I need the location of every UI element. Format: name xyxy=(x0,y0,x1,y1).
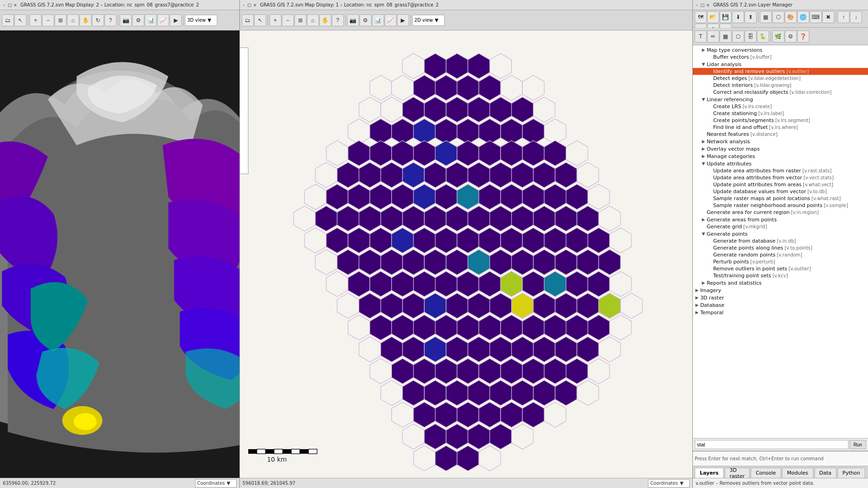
lm-add-vector-btn[interactable]: ⬡ xyxy=(772,11,784,23)
lm-help-btn[interactable]: ❓ xyxy=(797,30,809,43)
left-coords-dropdown[interactable]: Coordinates ▼ xyxy=(195,479,237,488)
right-coords-dropdown[interactable]: Coordinates ▼ xyxy=(648,479,690,488)
lm-open-btn[interactable]: 📂 xyxy=(707,11,719,23)
left-zoom-region-btn[interactable]: ⊞ xyxy=(55,14,67,26)
tree-item-update_area_raster[interactable]: Update area attributes from raster [v.ra… xyxy=(693,167,868,174)
tree-item-remove_outliers_point[interactable]: Remove outliers in point sets [v.outlier… xyxy=(693,265,868,272)
right-pan-btn[interactable]: ✋ xyxy=(319,14,331,26)
tree-toggle-temporal[interactable]: ▶ xyxy=(694,309,700,316)
lm-vect-edit-btn[interactable]: ⬡ xyxy=(732,30,744,43)
tree-item-detect_interiors[interactable]: Detect interiors [v.lidar.growing] xyxy=(693,82,868,89)
tree-item-gen_grid[interactable]: Generate grid [v.mkgrid] xyxy=(693,223,868,230)
left-open-btn[interactable]: 🗂 xyxy=(2,14,14,26)
tree-item-perturb_points[interactable]: Perturb points [v.perturb] xyxy=(693,258,868,265)
right-anim-btn[interactable]: ▶ xyxy=(397,14,409,26)
tree-item-find_line_id[interactable]: Find line id and offset [v.lrs.where] xyxy=(693,124,868,131)
tree-item-database[interactable]: ▶Database xyxy=(693,301,868,309)
tree-item-network_analysis[interactable]: ▶Network analysis xyxy=(693,138,868,145)
right-analyze-btn[interactable]: 📊 xyxy=(372,14,384,26)
tree-item-update_attributes[interactable]: ▼Update attributes xyxy=(693,160,868,167)
tree-item-sample_raster_neighbor[interactable]: Sample raster neighborhood around points… xyxy=(693,202,868,209)
lm-maximize-btn[interactable]: □ xyxy=(700,3,705,7)
tree-item-map_type_conversions[interactable]: ▶Map type conversions xyxy=(693,46,868,54)
tree-item-raster3d[interactable]: ▶3D raster xyxy=(693,294,868,301)
tree-item-create_lrs[interactable]: Create LRS [v.lrs.create] xyxy=(693,103,868,110)
right-settings-btn[interactable]: ⚙ xyxy=(360,14,372,26)
left-analyze-btn[interactable]: 📊 xyxy=(145,14,157,26)
right-pointer-btn[interactable]: ↖ xyxy=(254,14,266,26)
tab-console[interactable]: Console xyxy=(751,468,781,478)
right-open-btn[interactable]: 🗂 xyxy=(242,14,254,26)
tree-item-create_points_segments[interactable]: Create points/segments [v.lrs.segment] xyxy=(693,117,868,124)
left-view-dropdown[interactable]: 3D view ▼ xyxy=(185,15,217,26)
lm-up-btn[interactable]: ↑ xyxy=(837,11,850,23)
tab-modules[interactable]: Modules xyxy=(782,468,813,478)
tree-item-reports_stats[interactable]: ▶Reports and statistics xyxy=(693,279,868,287)
right-maximize-btn[interactable]: □ xyxy=(247,3,252,7)
lm-py-btn[interactable]: 🐍 xyxy=(757,30,769,43)
tree-toggle-database[interactable]: ▶ xyxy=(694,302,700,308)
tree-item-buffer_vectors[interactable]: Buffer vectors [v.buffer] xyxy=(693,54,868,61)
tree-item-create_stationing[interactable]: Create stationing [v.lrs.label] xyxy=(693,110,868,117)
tree-toggle-update_attributes[interactable]: ▼ xyxy=(700,160,707,167)
tree-item-test_training[interactable]: Test/training point sets [v.kcv] xyxy=(693,272,868,279)
tree-item-gen_from_db[interactable]: Generate from database [v.in.db] xyxy=(693,238,868,244)
tree-toggle-raster3d[interactable]: ▶ xyxy=(694,294,700,301)
tree-item-nearest_features[interactable]: Nearest features [v.distance] xyxy=(693,131,868,138)
lm-run-button[interactable]: Run xyxy=(850,440,866,449)
tree-item-manage_categories[interactable]: ▶Manage categories xyxy=(693,152,868,160)
lm-close-btn[interactable]: × xyxy=(706,3,710,7)
left-profile-btn[interactable]: 📈 xyxy=(157,14,169,26)
tree-toggle-gen_areas_points[interactable]: ▶ xyxy=(700,216,707,223)
lm-add-raster-btn[interactable]: ▦ xyxy=(760,11,772,23)
lm-search-input[interactable] xyxy=(695,440,849,449)
lm-edit-btn[interactable]: ✏ xyxy=(707,30,719,43)
right-zoom-default-btn[interactable]: ⌂ xyxy=(307,14,319,26)
tree-toggle-reports_stats[interactable]: ▶ xyxy=(700,280,707,286)
tree-item-detect_edges[interactable]: Detect edges [v.lidar.edgedetection] xyxy=(693,75,868,82)
tab-3d-raster[interactable]: 3D raster xyxy=(725,468,750,478)
right-profile-btn[interactable]: 📈 xyxy=(385,14,397,26)
left-zoom-default-btn[interactable]: ⌂ xyxy=(67,14,79,26)
lm-dn-btn[interactable]: ↓ xyxy=(850,11,862,23)
lm-add-wms-btn[interactable]: 🌐 xyxy=(797,11,809,23)
left-pointer-btn[interactable]: ↖ xyxy=(14,14,26,26)
lm-add-rgb-btn[interactable]: 🎨 xyxy=(785,11,797,23)
left-pan-btn[interactable]: ✋ xyxy=(79,14,92,26)
right-view-dropdown[interactable]: 2D view ▼ xyxy=(412,15,445,26)
lm-del-layer-btn[interactable]: ✖ xyxy=(822,11,834,23)
tree-toggle-manage_categories[interactable]: ▶ xyxy=(700,153,707,159)
left-minimize-btn[interactable]: – xyxy=(2,3,6,7)
right-zoom-in-btn[interactable]: + xyxy=(269,14,281,26)
lm-export-btn[interactable]: ⬆ xyxy=(745,11,757,23)
tree-toggle-imagery[interactable]: ▶ xyxy=(694,287,700,293)
tree-item-imagery[interactable]: ▶Imagery xyxy=(693,287,868,294)
tab-python[interactable]: Python xyxy=(837,468,865,478)
right-close-btn[interactable]: × xyxy=(253,3,257,7)
tree-toggle-map_type_conversions[interactable]: ▶ xyxy=(700,47,707,53)
left-anim-btn[interactable]: ▶ xyxy=(170,14,182,26)
lm-db-btn[interactable]: 🗄 xyxy=(745,30,757,43)
tree-item-gen_along_lines[interactable]: Generate points along lines [v.to.points… xyxy=(693,244,868,251)
tree-toggle-overlay_vector_maps[interactable]: ▶ xyxy=(700,146,707,152)
tree-toggle-gen_points[interactable]: ▼ xyxy=(700,231,707,237)
tree-toggle-linear_referencing[interactable]: ▼ xyxy=(700,96,707,103)
tree-item-overlay_vector_maps[interactable]: ▶Overlay vector maps xyxy=(693,145,868,152)
tree-item-linear_referencing[interactable]: ▼Linear referencing xyxy=(693,96,868,103)
lm-settings-btn[interactable]: ⚙ xyxy=(785,30,797,43)
lm-grass-btn[interactable]: 🌿 xyxy=(772,30,784,43)
left-settings-btn[interactable]: ⚙ xyxy=(132,14,144,26)
tree-item-lidar_analysis[interactable]: ▼Lidar analysis xyxy=(693,61,868,68)
tree-item-gen_points[interactable]: ▼Generate points xyxy=(693,230,868,238)
tree-item-update_point_attrs[interactable]: Update point attributes from areas [v.wh… xyxy=(693,181,868,188)
right-save-img-btn[interactable]: 📷 xyxy=(347,14,359,26)
left-save-img-btn[interactable]: 📷 xyxy=(120,14,132,26)
tree-item-sample_raster_point[interactable]: Sample raster maps at point locations [v… xyxy=(693,195,868,202)
right-zoom-region-btn[interactable]: ⊞ xyxy=(294,14,306,26)
left-zoom-out-btn[interactable]: − xyxy=(42,14,54,26)
right-minimize-btn[interactable]: – xyxy=(242,3,246,7)
tree-item-gen_areas_points[interactable]: ▶Generate areas from points xyxy=(693,216,868,223)
left-close-btn[interactable]: × xyxy=(13,3,18,7)
tab-layers[interactable]: Layers xyxy=(695,468,724,478)
tree-item-update_db_values[interactable]: Update database values from vector [v.to… xyxy=(693,188,868,195)
